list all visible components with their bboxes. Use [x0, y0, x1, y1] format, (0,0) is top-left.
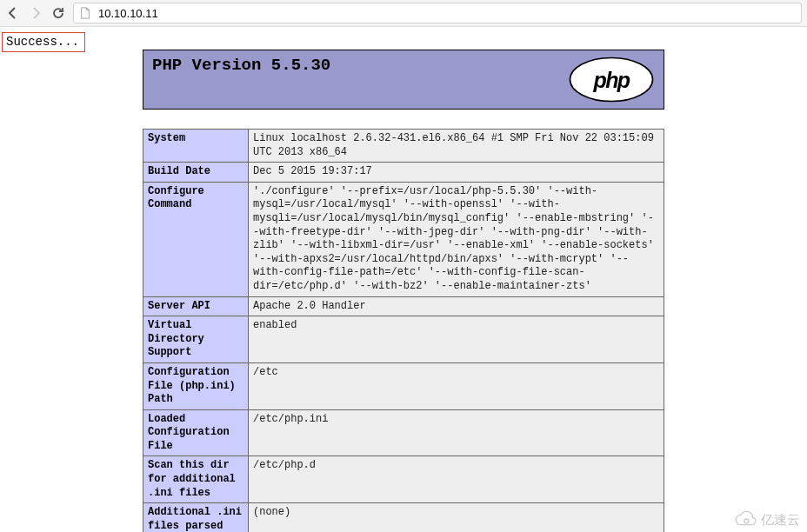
phpinfo-key: Server API: [143, 296, 249, 316]
address-bar[interactable]: [73, 3, 802, 23]
phpinfo-value: (none): [249, 503, 664, 532]
phpinfo-value: './configure' '--prefix=/usr/local/php-5…: [249, 182, 664, 296]
phpinfo-container: php PHP Version 5.5.30 SystemLinux local…: [143, 36, 664, 532]
php-logo: php: [568, 56, 655, 103]
back-button[interactable]: [5, 5, 21, 21]
phpinfo-header-table: php PHP Version 5.5.30: [143, 50, 664, 110]
phpinfo-key: Scan this dir for additional .ini files: [143, 456, 249, 503]
cloud-icon: [733, 511, 757, 529]
phpinfo-key: Configuration File (php.ini) Path: [143, 362, 249, 409]
table-row: Scan this dir for additional .ini files/…: [143, 456, 664, 503]
table-row: Configure Command'./configure' '--prefix…: [143, 182, 664, 296]
watermark-text: 亿速云: [761, 512, 800, 529]
table-row: Loaded Configuration File/etc/php.ini: [143, 409, 664, 456]
page-body: Success... php PHP Version 5.5.30 System…: [0, 27, 807, 532]
watermark: 亿速云: [733, 511, 800, 529]
table-row: SystemLinux localhost 2.6.32-431.el6.x86…: [143, 130, 664, 163]
browser-toolbar: [0, 0, 807, 27]
table-row: Build DateDec 5 2015 19:37:17: [143, 163, 664, 183]
svg-text:php: php: [593, 68, 630, 92]
phpinfo-value: enabled: [249, 316, 664, 363]
url-input[interactable]: [97, 6, 796, 21]
arrow-right-icon: [29, 6, 43, 20]
phpinfo-value: Dec 5 2015 19:37:17: [249, 163, 664, 183]
table-row: Server APIApache 2.0 Handler: [143, 296, 664, 316]
table-row: Virtual Directory Supportenabled: [143, 316, 664, 363]
forward-button[interactable]: [28, 5, 43, 21]
arrow-left-icon: [6, 6, 20, 20]
success-highlight: Success...: [2, 32, 85, 52]
phpinfo-value: Linux localhost 2.6.32-431.el6.x86_64 #1…: [249, 130, 664, 163]
phpinfo-table: SystemLinux localhost 2.6.32-431.el6.x86…: [143, 129, 664, 532]
table-row: Additional .ini files parsed(none): [143, 503, 664, 532]
page-icon: [79, 7, 91, 19]
phpinfo-key: Virtual Directory Support: [143, 316, 249, 363]
phpinfo-value: Apache 2.0 Handler: [249, 296, 664, 316]
reload-icon: [51, 6, 65, 20]
phpinfo-value: /etc: [249, 362, 664, 409]
phpinfo-key: Configure Command: [143, 182, 249, 296]
phpinfo-key: System: [143, 130, 249, 163]
success-text: Success...: [6, 35, 79, 49]
phpinfo-key: Build Date: [143, 163, 249, 183]
phpinfo-value: /etc/php.ini: [249, 409, 664, 456]
svg-point-2: [744, 519, 749, 523]
phpinfo-key: Loaded Configuration File: [143, 409, 249, 456]
reload-button[interactable]: [50, 5, 66, 21]
table-row: Configuration File (php.ini) Path/etc: [143, 362, 664, 409]
phpinfo-value: /etc/php.d: [249, 456, 664, 503]
phpinfo-key: Additional .ini files parsed: [143, 503, 249, 532]
